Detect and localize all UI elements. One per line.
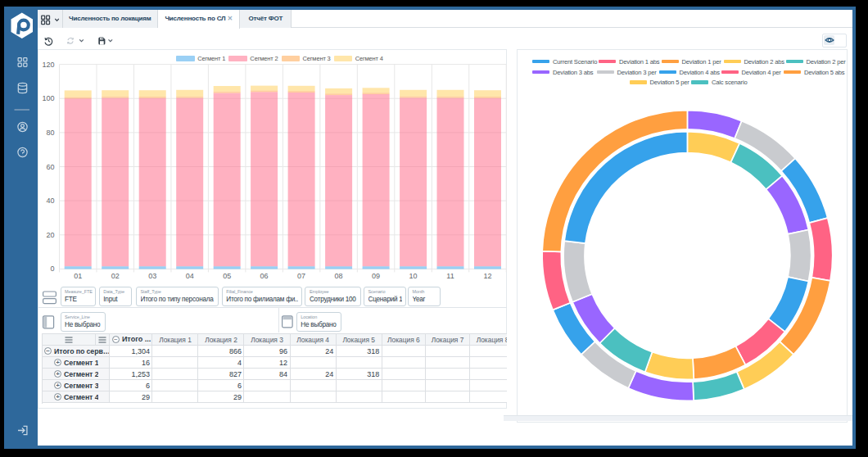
svg-text:80: 80 bbox=[46, 129, 54, 137]
svg-text:0: 0 bbox=[50, 265, 54, 273]
svg-text:04: 04 bbox=[186, 272, 194, 280]
svg-text:07: 07 bbox=[297, 272, 305, 280]
svg-text:60: 60 bbox=[46, 163, 54, 171]
svg-text:10: 10 bbox=[409, 272, 418, 280]
svg-text:02: 02 bbox=[111, 272, 120, 280]
svg-text:03: 03 bbox=[148, 272, 156, 280]
svg-text:40: 40 bbox=[46, 197, 54, 205]
svg-text:08: 08 bbox=[335, 272, 343, 280]
svg-text:01: 01 bbox=[74, 272, 82, 280]
svg-text:11: 11 bbox=[446, 272, 454, 280]
svg-text:05: 05 bbox=[223, 272, 231, 280]
svg-text:100: 100 bbox=[42, 94, 54, 102]
svg-text:20: 20 bbox=[46, 231, 54, 239]
svg-text:09: 09 bbox=[372, 272, 380, 280]
svg-text:06: 06 bbox=[260, 272, 269, 280]
svg-text:12: 12 bbox=[483, 272, 491, 280]
